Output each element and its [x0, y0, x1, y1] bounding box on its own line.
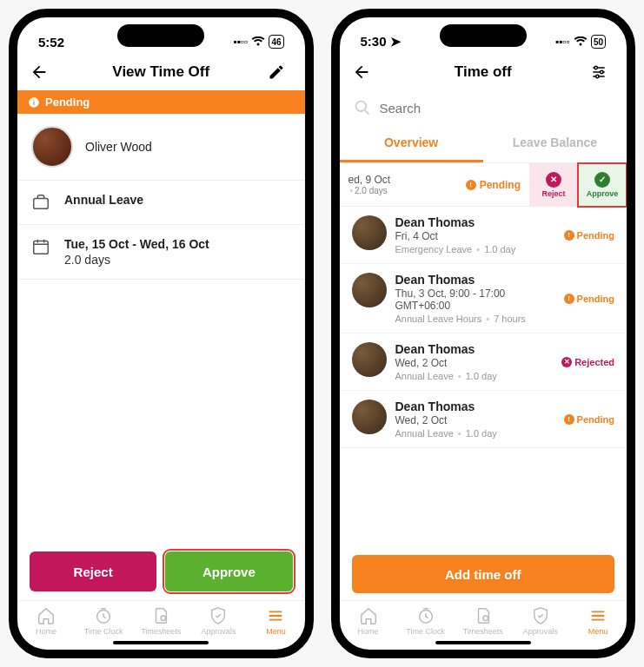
home-indicator	[113, 641, 209, 644]
signal-icon: ▪▪▫▫	[233, 36, 248, 48]
svg-point-6	[161, 616, 166, 621]
notch	[117, 24, 204, 47]
svg-point-9	[596, 75, 599, 77]
item-status: !Pending	[564, 400, 614, 439]
phone-time-off-list: 5:30 ➤ ▪▪▫▫ 50 Time off Overview Leave B…	[331, 9, 636, 658]
svg-rect-3	[34, 198, 49, 208]
leave-type-row: Annual Leave	[17, 181, 305, 224]
tab-leave-balance[interactable]: Leave Balance	[483, 125, 627, 162]
status-icon: !	[564, 414, 574, 425]
item-name: Dean Thomas	[395, 400, 555, 413]
suitcase-icon	[31, 193, 52, 212]
avatar	[352, 215, 387, 250]
item-name: Dean Thomas	[395, 215, 555, 229]
battery-icon: 50	[591, 35, 606, 49]
item-meta: Emergency Leave • 1.0 day	[395, 244, 555, 254]
item-status: !Pending	[564, 215, 614, 254]
svg-rect-1	[33, 101, 34, 104]
tab-approvals[interactable]: Approvals	[512, 606, 569, 636]
status-time: 5:52	[38, 35, 64, 50]
item-meta: Annual Leave Hours • 7 hours	[395, 314, 555, 324]
tab-bar: Home Time Clock Timesheets Approvals Men…	[17, 600, 305, 637]
status-icons: ▪▪▫▫ 46	[233, 35, 283, 49]
approve-button[interactable]: Approve	[165, 551, 292, 591]
phone-view-time-off: 5:52 ▪▪▫▫ 46 View Time Off Pending Olive…	[9, 9, 314, 658]
date-range-row: Tue, 15 Oct - Wed, 16 Oct 2.0 days	[17, 225, 305, 279]
svg-point-12	[483, 616, 488, 621]
status-icon: ✕	[561, 357, 572, 367]
tab-home[interactable]: Home	[17, 606, 75, 636]
search-input[interactable]	[380, 101, 614, 116]
tab-time-clock[interactable]: Time Clock	[397, 606, 455, 636]
edit-button[interactable]	[268, 63, 292, 81]
avatar	[352, 273, 387, 307]
back-button[interactable]	[30, 63, 54, 82]
date-range: Tue, 15 Oct - Wed, 16 Oct	[64, 237, 209, 251]
add-time-off-button[interactable]: Add time off	[352, 555, 615, 593]
svg-point-7	[594, 66, 597, 69]
location-icon: ➤	[390, 34, 402, 49]
calendar-icon	[31, 237, 52, 256]
tab-time-clock[interactable]: Time Clock	[75, 606, 132, 636]
svg-rect-2	[33, 99, 34, 100]
svg-point-10	[355, 102, 366, 112]
list-item[interactable]: Dean ThomasFri, 4 OctEmergency Leave • 1…	[340, 207, 627, 264]
svg-point-8	[601, 70, 603, 73]
item-meta: Annual Leave • 1.0 day	[395, 428, 555, 439]
item-date: Fri, 4 Oct	[395, 230, 555, 242]
swipe-row: ed, 9 Oct •2.0 days ! Pending ✕ Reject ✓…	[340, 163, 627, 207]
swipe-reject-button[interactable]: ✕ Reject	[529, 163, 578, 207]
tab-menu[interactable]: Menu	[247, 606, 304, 636]
item-name: Dean Thomas	[395, 342, 554, 356]
info-icon	[28, 96, 40, 109]
tab-timesheets[interactable]: Timesheets	[455, 606, 512, 636]
item-status: !Pending	[564, 273, 614, 324]
swipe-status: ! Pending	[409, 179, 530, 191]
tab-approvals[interactable]: Approvals	[189, 606, 247, 636]
user-row: Oliver Wood	[17, 114, 305, 181]
user-name: Oliver Wood	[85, 140, 152, 154]
avatar	[352, 400, 387, 434]
item-date: Wed, 2 Oct	[395, 414, 555, 426]
tab-home[interactable]: Home	[340, 606, 397, 636]
sub-tabs: Overview Leave Balance	[340, 125, 627, 163]
search-row[interactable]	[340, 90, 627, 125]
avatar	[352, 342, 387, 377]
item-date: Thu, 3 Oct, 9:00 - 17:00 GMT+06:00	[395, 287, 555, 312]
notch	[440, 24, 527, 47]
wifi-icon	[251, 36, 265, 47]
tab-overview[interactable]: Overview	[340, 125, 483, 162]
page-title: View Time Off	[112, 63, 209, 81]
status-banner: Pending	[17, 90, 305, 114]
tab-menu[interactable]: Menu	[569, 606, 627, 636]
svg-rect-4	[34, 241, 49, 254]
swipe-approve-button[interactable]: ✓ Approve	[578, 163, 627, 207]
tab-bar: Home Time Clock Timesheets Approvals Men…	[340, 600, 627, 637]
item-name: Dean Thomas	[395, 273, 555, 287]
wifi-icon	[574, 36, 588, 47]
home-indicator	[435, 641, 531, 644]
signal-icon: ▪▪▫▫	[555, 36, 570, 48]
nav-bar: View Time Off	[17, 56, 305, 90]
list-item[interactable]: Dean ThomasWed, 2 OctAnnual Leave • 1.0 …	[340, 391, 627, 448]
item-meta: Annual Leave • 1.0 day	[395, 371, 554, 381]
back-button[interactable]	[352, 63, 376, 82]
check-icon: ✓	[594, 172, 610, 188]
item-status: ✕Rejected	[561, 342, 614, 381]
leave-type: Annual Leave	[64, 193, 143, 207]
status-icon: !	[564, 230, 574, 241]
filter-button[interactable]	[590, 63, 614, 81]
avatar	[31, 126, 73, 168]
action-row: Reject Approve	[17, 543, 305, 600]
pending-icon: !	[466, 180, 476, 190]
swipe-preview-text: ed, 9 Oct •2.0 days	[340, 174, 409, 195]
list-item[interactable]: Dean ThomasWed, 2 OctAnnual Leave • 1.0 …	[340, 334, 627, 391]
tab-timesheets[interactable]: Timesheets	[132, 606, 189, 636]
status-time: 5:30 ➤	[361, 34, 402, 50]
reject-button[interactable]: Reject	[30, 551, 156, 591]
item-date: Wed, 2 Oct	[395, 357, 554, 369]
battery-icon: 46	[269, 35, 283, 49]
list-item[interactable]: Dean ThomasThu, 3 Oct, 9:00 - 17:00 GMT+…	[340, 264, 627, 334]
page-title: Time off	[455, 63, 512, 81]
days: 2.0 days	[64, 253, 209, 267]
